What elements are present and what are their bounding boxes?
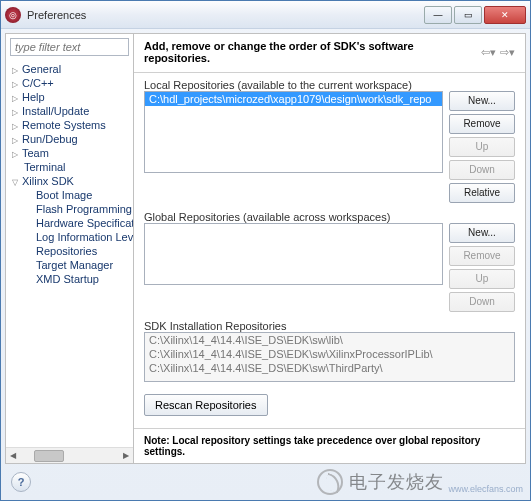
global-repos-list[interactable] — [144, 223, 443, 285]
tree-item-terminal[interactable]: Terminal — [6, 160, 133, 174]
filter-input[interactable] — [10, 38, 129, 56]
page-header: Add, remove or change the order of SDK's… — [134, 34, 525, 73]
tree-item-log-info-level[interactable]: Log Information Level — [6, 230, 133, 244]
app-icon: ◎ — [5, 7, 21, 23]
local-remove-button[interactable]: Remove — [449, 114, 515, 134]
close-button[interactable]: ✕ — [484, 6, 526, 24]
tree-horizontal-scrollbar[interactable]: ◀ ▶ — [6, 447, 133, 463]
header-toolbar: ⇦▾ ⇨▾ — [481, 46, 515, 59]
preferences-window: ◎ Preferences — ▭ ✕ General C/C++ Help I… — [0, 0, 531, 501]
page-title: Add, remove or change the order of SDK's… — [144, 40, 475, 64]
local-relative-button[interactable]: Relative — [449, 183, 515, 203]
global-repos-buttons: New... Remove Up Down — [449, 223, 515, 312]
bottom-bar: ? — [5, 468, 526, 496]
right-panel: Add, remove or change the order of SDK's… — [134, 34, 525, 463]
tree-item-hardware-spec[interactable]: Hardware Specification — [6, 216, 133, 230]
scroll-right-icon[interactable]: ▶ — [119, 451, 133, 460]
tree-item-run-debug[interactable]: Run/Debug — [6, 132, 133, 146]
list-item: C:\Xilinx\14_4\14.4\ISE_DS\EDK\sw\lib\ — [145, 333, 514, 347]
global-new-button[interactable]: New... — [449, 223, 515, 243]
list-item: C:\Xilinx\14_4\14.4\ISE_DS\EDK\sw\Xilinx… — [145, 347, 514, 361]
nav-tree[interactable]: General C/C++ Help Install/Update Remote… — [6, 60, 133, 447]
list-item[interactable]: C:\hdl_projects\microzed\xapp1079\design… — [145, 92, 442, 106]
note-text: Note: Local repository settings take pre… — [134, 428, 525, 463]
rescan-button[interactable]: Rescan Repositories — [144, 394, 268, 416]
sdk-repos-list: C:\Xilinx\14_4\14.4\ISE_DS\EDK\sw\lib\ C… — [144, 332, 515, 382]
forward-icon[interactable]: ⇨▾ — [500, 46, 515, 59]
sdk-repos-label: SDK Installation Repositories — [144, 320, 515, 332]
scroll-left-icon[interactable]: ◀ — [6, 451, 20, 460]
back-icon[interactable]: ⇦▾ — [481, 46, 496, 59]
local-repos-section: Local Repositories (available to the cur… — [144, 79, 515, 203]
global-remove-button[interactable]: Remove — [449, 246, 515, 266]
local-up-button[interactable]: Up — [449, 137, 515, 157]
minimize-button[interactable]: — — [424, 6, 452, 24]
local-new-button[interactable]: New... — [449, 91, 515, 111]
rescan-row: Rescan Repositories — [144, 394, 515, 416]
tree-item-install-update[interactable]: Install/Update — [6, 104, 133, 118]
tree-item-ccpp[interactable]: C/C++ — [6, 76, 133, 90]
tree-item-general[interactable]: General — [6, 62, 133, 76]
sdk-repos-section: SDK Installation Repositories C:\Xilinx\… — [144, 320, 515, 382]
tree-item-boot-image[interactable]: Boot Image — [6, 188, 133, 202]
local-down-button[interactable]: Down — [449, 160, 515, 180]
list-item: C:\Xilinx\14_4\14.4\ISE_DS\EDK\sw\ThirdP… — [145, 361, 514, 375]
global-repos-label: Global Repositories (available across wo… — [144, 211, 515, 223]
tree-item-help[interactable]: Help — [6, 90, 133, 104]
global-up-button[interactable]: Up — [449, 269, 515, 289]
titlebar: ◎ Preferences — ▭ ✕ — [1, 1, 530, 29]
help-icon[interactable]: ? — [11, 472, 31, 492]
tree-item-team[interactable]: Team — [6, 146, 133, 160]
tree-item-xmd-startup[interactable]: XMD Startup — [6, 272, 133, 286]
global-down-button[interactable]: Down — [449, 292, 515, 312]
body-area: General C/C++ Help Install/Update Remote… — [5, 33, 526, 464]
maximize-button[interactable]: ▭ — [454, 6, 482, 24]
global-repos-section: Global Repositories (available across wo… — [144, 211, 515, 312]
content-area: Local Repositories (available to the cur… — [134, 73, 525, 428]
window-buttons: — ▭ ✕ — [424, 6, 526, 24]
tree-item-target-manager[interactable]: Target Manager — [6, 258, 133, 272]
tree-item-xilinx-sdk[interactable]: Xilinx SDK — [6, 174, 133, 188]
tree-item-remote-systems[interactable]: Remote Systems — [6, 118, 133, 132]
local-repos-label: Local Repositories (available to the cur… — [144, 79, 515, 91]
local-repos-list[interactable]: C:\hdl_projects\microzed\xapp1079\design… — [144, 91, 443, 173]
tree-item-flash-programming[interactable]: Flash Programming — [6, 202, 133, 216]
window-title: Preferences — [27, 9, 424, 21]
local-repos-buttons: New... Remove Up Down Relative — [449, 91, 515, 203]
scroll-thumb[interactable] — [34, 450, 64, 462]
tree-item-repositories[interactable]: Repositories — [6, 244, 133, 258]
left-panel: General C/C++ Help Install/Update Remote… — [6, 34, 134, 463]
